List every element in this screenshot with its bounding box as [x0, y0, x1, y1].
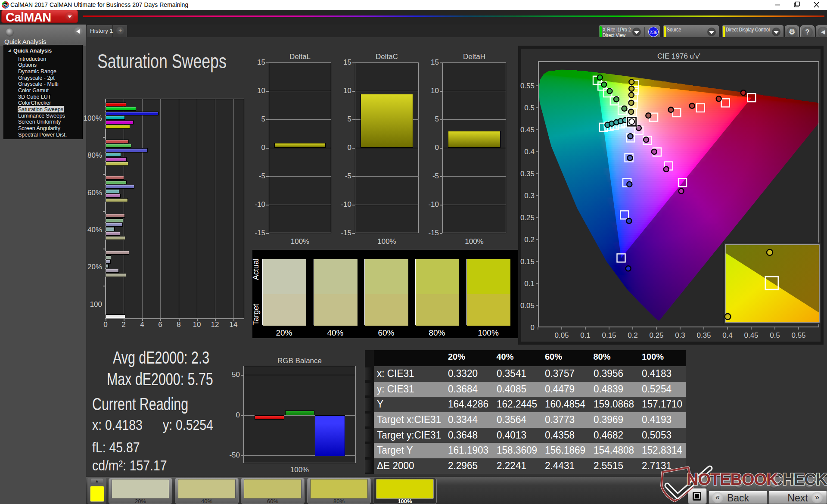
svg-text:CM: CM [3, 4, 8, 7]
svg-text:0.45: 0.45 [744, 331, 758, 339]
svg-text:0.55: 0.55 [520, 82, 535, 90]
svg-text:0.05: 0.05 [520, 302, 535, 310]
svg-text:0.45: 0.45 [520, 126, 535, 134]
svg-text:0.1: 0.1 [524, 280, 535, 288]
svg-text:0.15: 0.15 [602, 331, 616, 339]
svg-text:0.15: 0.15 [520, 258, 535, 266]
svg-text:0.2: 0.2 [524, 236, 535, 244]
svg-text:0.5: 0.5 [524, 104, 535, 112]
svg-text:0.55: 0.55 [791, 331, 805, 339]
svg-text:0.3: 0.3 [675, 331, 685, 339]
svg-text:0.1: 0.1 [580, 331, 591, 339]
svg-text:0.05: 0.05 [554, 331, 569, 339]
svg-text:0.35: 0.35 [696, 331, 711, 339]
svg-text:NOTEBOOK: NOTEBOOK [687, 470, 778, 488]
svg-text:0.35: 0.35 [520, 170, 535, 178]
svg-text:0: 0 [531, 324, 535, 332]
svg-text:0.4: 0.4 [524, 148, 535, 156]
svg-text:0.4: 0.4 [722, 331, 733, 339]
svg-text:0.25: 0.25 [649, 331, 663, 339]
svg-text:CHECK: CHECK [771, 470, 827, 488]
svg-text:0.25: 0.25 [520, 214, 535, 222]
svg-text:0.2: 0.2 [628, 331, 638, 339]
svg-text:0.5: 0.5 [770, 331, 780, 339]
svg-text:0.3: 0.3 [524, 192, 535, 200]
svg-text:CIE 1976 u'v': CIE 1976 u'v' [657, 52, 700, 60]
